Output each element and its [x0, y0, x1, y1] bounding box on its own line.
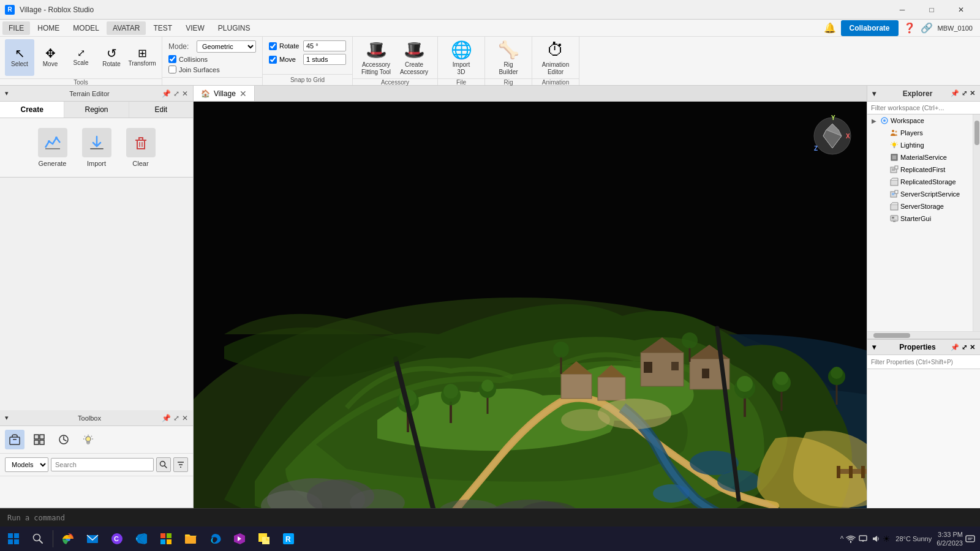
terrain-import-tool[interactable]: Import [82, 128, 111, 167]
explorer-collapse-icon[interactable]: ▾ [872, 89, 884, 98]
menu-model[interactable]: MODEL [67, 21, 105, 35]
toolbox-category-dropdown[interactable]: Models Decals Audio Plugins [5, 457, 48, 472]
props-collapse-icon[interactable]: ▾ [872, 343, 884, 351]
toolbox-light-icon[interactable] [78, 430, 98, 449]
help-icon[interactable]: ❓ [903, 22, 916, 34]
command-bar[interactable]: Run a command [0, 508, 980, 527]
workspace-toggle[interactable]: ▶ [870, 118, 878, 124]
tree-item-replicated-first[interactable]: ReplicatedFirst [867, 163, 973, 176]
menu-test[interactable]: TEST [147, 21, 178, 35]
tree-item-workspace[interactable]: ▶ Workspace [867, 114, 973, 127]
move-value-input[interactable]: 1 studs [303, 54, 346, 65]
toolbox-recent-icon[interactable] [54, 430, 74, 449]
scene-canvas[interactable]: Y X Z [194, 102, 867, 508]
tree-item-lighting[interactable]: Lighting [867, 139, 973, 151]
animation-editor-button[interactable]: ⏱ AnimationEditor [537, 39, 574, 76]
menu-view[interactable]: VIEW [179, 21, 211, 35]
menu-avatar[interactable]: AVATAR [107, 21, 146, 35]
transform-tool-button[interactable]: ⊞ Transform [127, 39, 157, 76]
scale-tool-button[interactable]: ⤢ Scale [66, 39, 96, 76]
notification-icon[interactable]: 🔔 [824, 22, 836, 34]
tree-item-material-service[interactable]: MaterialService [867, 151, 973, 163]
maximize-button[interactable]: □ [918, 0, 946, 20]
move-tool-button[interactable]: ✥ Move [36, 39, 65, 76]
props-expand-button[interactable]: ⤢ [962, 343, 967, 351]
mode-select[interactable]: Geometric Local Space Global Space [197, 40, 256, 53]
explorer-h-scrollbar-thumb[interactable] [873, 333, 910, 338]
rotate-value-input[interactable]: 45 ° [303, 40, 346, 51]
village-tab-close[interactable]: ✕ [239, 89, 247, 99]
tree-item-replicated-storage[interactable]: ReplicatedStorage [867, 176, 973, 188]
move-snap-checkbox[interactable] [269, 56, 277, 64]
import-3d-button[interactable]: 🌐 Import3D [443, 39, 480, 76]
collisions-checkbox[interactable] [168, 55, 176, 63]
terrain-close-button[interactable]: ✕ [182, 89, 188, 98]
rotate-snap-checkbox[interactable] [269, 42, 277, 50]
properties-filter-bar[interactable] [867, 355, 980, 369]
join-surfaces-checkbox[interactable] [168, 66, 176, 73]
start-button[interactable] [2, 528, 24, 550]
accessory-fitting-tool-button[interactable]: 🎩 AccessoryFitting Tool [358, 39, 394, 76]
props-pin-button[interactable]: 📌 [951, 343, 959, 351]
tree-item-starter-gui[interactable]: StarterGui [867, 212, 973, 225]
tree-item-server-script[interactable]: ServerScriptService [867, 188, 973, 200]
rotate-tool-button[interactable]: ↺ Rotate [97, 39, 126, 76]
explorer-pin-button[interactable]: 📌 [951, 89, 959, 97]
chrome-taskbar-button[interactable] [57, 528, 79, 550]
search-taskbar-button[interactable] [27, 528, 49, 550]
terrain-tab-create[interactable]: Create [0, 102, 64, 118]
select-tool-button[interactable]: ↖ Select [5, 39, 34, 76]
explorer-filter-input[interactable] [871, 104, 976, 111]
create-accessory-button[interactable]: 🎩 CreateAccessory [396, 39, 432, 76]
join-surfaces-checkbox-label[interactable]: Join Surfaces [168, 66, 220, 73]
tree-item-server-storage[interactable]: ServerStorage [867, 200, 973, 212]
terrain-pin-button[interactable]: 📌 [162, 89, 171, 98]
properties-filter-input[interactable] [871, 359, 976, 365]
viewport[interactable]: 🏠 Village ✕ [194, 86, 867, 508]
toolbox-pin-button[interactable]: 📌 [162, 414, 171, 422]
mail-taskbar-button[interactable] [81, 528, 104, 550]
tree-item-players[interactable]: Players [867, 127, 973, 139]
toolbox-grid-icon[interactable] [29, 430, 49, 449]
terrain-tab-region[interactable]: Region [64, 102, 129, 118]
orientation-widget[interactable]: Y X Z [808, 111, 857, 160]
menu-home[interactable]: HOME [31, 21, 66, 35]
file-explorer-button[interactable] [179, 528, 202, 550]
vscode-taskbar-button[interactable] [130, 528, 153, 550]
minimize-button[interactable]: ─ [888, 0, 916, 20]
rig-builder-button[interactable]: 🦴 RigBuilder [490, 39, 527, 76]
explorer-expand-button[interactable]: ⤢ [962, 89, 967, 97]
collisions-checkbox-label[interactable]: Collisions [168, 55, 208, 63]
notification-center-icon[interactable] [965, 534, 975, 544]
terrain-collapse-icon[interactable]: ▾ [5, 89, 17, 97]
village-tab[interactable]: 🏠 Village ✕ [194, 86, 255, 101]
explorer-scrollbar-thumb[interactable] [974, 121, 979, 145]
terrain-generate-tool[interactable]: Generate [38, 128, 67, 167]
sticky-notes-button[interactable] [253, 528, 275, 550]
toolbox-search-input[interactable] [51, 458, 154, 471]
props-close-button[interactable]: ✕ [970, 343, 975, 351]
close-button[interactable]: ✕ [947, 0, 975, 20]
toolbox-close-button[interactable]: ✕ [182, 414, 188, 422]
toolbox-search-button[interactable] [156, 457, 171, 472]
tray-chevron[interactable]: ^ [840, 534, 844, 543]
explorer-h-scrollbar[interactable] [867, 331, 980, 339]
terrain-tab-edit[interactable]: Edit [129, 102, 193, 118]
menu-plugins[interactable]: PLUGINS [212, 21, 257, 35]
terrain-expand-button[interactable]: ⤢ [173, 89, 179, 98]
toolbox-inventory-icon[interactable] [5, 430, 24, 449]
explorer-scrollbar[interactable] [973, 114, 980, 331]
visual-studio-button[interactable] [228, 528, 251, 550]
canva-taskbar-button[interactable]: C [106, 528, 128, 550]
collaborate-button[interactable]: Collaborate [841, 20, 899, 36]
edge-taskbar-button[interactable] [204, 528, 226, 550]
menu-file[interactable]: FILE [2, 21, 30, 35]
store-taskbar-button[interactable] [155, 528, 177, 550]
roblox-studio-taskbar-button[interactable]: R [277, 528, 300, 550]
toolbox-expand-button[interactable]: ⤢ [173, 414, 179, 422]
explorer-filter-bar[interactable] [867, 102, 980, 114]
toolbox-filter-button[interactable] [173, 457, 188, 472]
explorer-close-button[interactable]: ✕ [970, 89, 975, 97]
toolbox-collapse-icon[interactable]: ▾ [5, 414, 17, 422]
share-icon[interactable]: 🔗 [921, 22, 933, 34]
